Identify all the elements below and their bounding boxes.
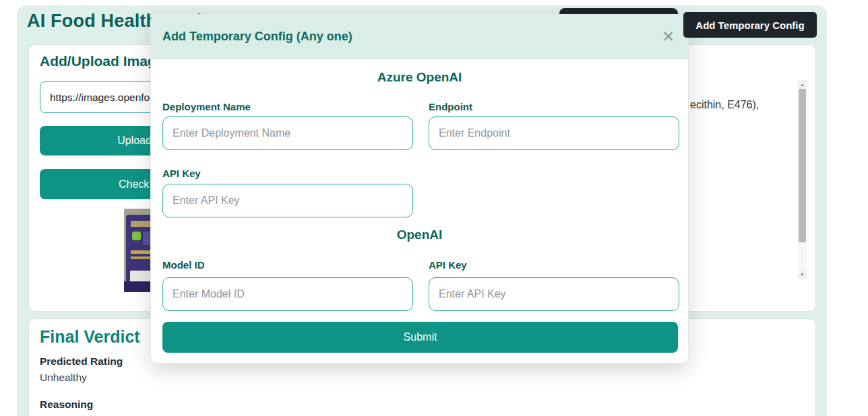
endpoint-label: Endpoint [429, 101, 472, 112]
submit-button[interactable]: Submit [162, 322, 678, 353]
modal-title: Add Temporary Config (Any one) [162, 30, 352, 44]
azure-openai-heading: Azure OpenAI [151, 70, 688, 85]
scroll-up-icon[interactable]: ▲ [798, 80, 807, 89]
add-temporary-config-button[interactable]: Add Temporary Config [683, 12, 817, 38]
openai-api-key-label: API Key [429, 259, 467, 271]
reasoning-label: Reasoning [40, 398, 93, 411]
model-id-label: Model ID [162, 259, 205, 271]
scroll-down-icon[interactable]: ▼ [798, 270, 807, 279]
predicted-rating-label: Predicted Rating [40, 355, 123, 368]
app-screen: AI Food Health Analyzer Add Temporary Co… [0, 0, 868, 416]
modal-header: Add Temporary Config (Any one) ✕ [151, 15, 688, 59]
ingredients-scrollbar[interactable]: ▲ ▼ [798, 80, 807, 279]
deployment-name-label: Deployment Name [162, 101, 251, 112]
azure-api-key-input[interactable] [162, 184, 413, 217]
upload-card-heading: Add/Upload Image [40, 53, 164, 69]
close-icon[interactable]: ✕ [662, 30, 675, 44]
model-id-input[interactable] [162, 277, 413, 311]
openai-api-key-input[interactable] [429, 277, 679, 311]
ingredients-text: ecithin, E476), [690, 99, 759, 111]
azure-api-key-label: API Key [162, 168, 201, 179]
add-temporary-config-modal: Add Temporary Config (Any one) ✕ Azure O… [150, 14, 689, 363]
scrollbar-thumb[interactable] [799, 89, 806, 242]
openai-heading: OpenAI [151, 228, 688, 242]
organic-mark [132, 232, 141, 240]
predicted-rating-value: Unhealthy [40, 372, 87, 384]
endpoint-input[interactable] [429, 116, 679, 150]
deployment-name-input[interactable] [162, 116, 413, 150]
final-verdict-heading: Final Verdict [40, 327, 140, 347]
